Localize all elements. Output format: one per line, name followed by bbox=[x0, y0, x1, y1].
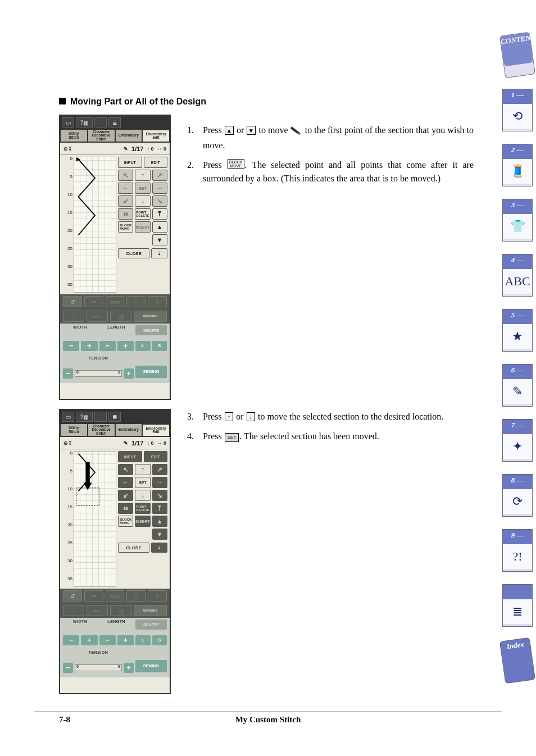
tab-utility-stitch[interactable]: Utility Stitch bbox=[60, 129, 88, 142]
tab-char-decorative[interactable]: Character Decorative Stitch bbox=[88, 129, 115, 142]
tension-plus-2[interactable]: + bbox=[124, 663, 134, 673]
tab-embroidery-2[interactable]: Embroidery bbox=[115, 423, 143, 436]
tool-twin-2[interactable]: ⦀ bbox=[148, 590, 167, 602]
s-button[interactable]: S bbox=[152, 341, 167, 351]
tension-scale-2[interactable] bbox=[75, 664, 122, 671]
block-move-button[interactable]: BLOCK MOVE bbox=[118, 221, 133, 233]
tab-6[interactable]: 6 —✎ bbox=[502, 364, 533, 407]
close-button[interactable]: CLOSE bbox=[118, 248, 149, 258]
tool-updown-2[interactable]: ↕ bbox=[63, 605, 84, 616]
set-button-2[interactable]: SET bbox=[135, 477, 150, 488]
arrow-s-2[interactable]: ↓ bbox=[135, 490, 150, 501]
arrow-s[interactable]: ↓ bbox=[135, 195, 150, 207]
length-plus[interactable]: + bbox=[117, 341, 134, 351]
tool-cut[interactable]: ✂ bbox=[84, 296, 103, 307]
tool-twin[interactable]: ⦀ bbox=[148, 296, 167, 307]
arrow-se[interactable]: ↘ bbox=[152, 195, 167, 207]
tool-flip-2[interactable]: ◿ bbox=[110, 605, 131, 616]
tab-2[interactable]: 2 —🧵 bbox=[502, 144, 533, 186]
tension-minus-2[interactable]: − bbox=[63, 663, 73, 673]
arrow-w[interactable]: ← bbox=[118, 183, 133, 194]
step-up-button[interactable]: ▴ bbox=[152, 221, 167, 233]
arrow-nw[interactable]: ↖ bbox=[118, 170, 133, 181]
arrow-n[interactable]: ↑ bbox=[135, 170, 150, 181]
input-button-2[interactable]: INPUT bbox=[118, 451, 142, 462]
jump-top-button-2[interactable]: ⤒ bbox=[152, 503, 167, 514]
point-delete-button[interactable]: POINT DELETE bbox=[135, 208, 150, 220]
arrow-nw-2[interactable]: ↖ bbox=[118, 464, 133, 475]
width-plus-2[interactable]: + bbox=[81, 635, 97, 645]
tool-needle-2[interactable]: ⟊ bbox=[126, 590, 146, 602]
tab-5[interactable]: 5 —★ bbox=[502, 309, 533, 352]
arrow-sw[interactable]: ↙ bbox=[118, 195, 133, 207]
tab-7[interactable]: 7 —✦ bbox=[502, 419, 533, 462]
insert-button-2[interactable]: INSERT bbox=[135, 516, 151, 527]
tool-memory[interactable]: MEMORY bbox=[134, 311, 167, 322]
l-button[interactable]: L bbox=[135, 341, 151, 351]
insert-button[interactable]: INSERT bbox=[135, 221, 151, 233]
edit-button-2[interactable]: EDIT bbox=[144, 451, 168, 462]
length-minus-2[interactable]: − bbox=[99, 635, 116, 645]
delete-button-2[interactable]: DELETE bbox=[135, 620, 167, 630]
delete-button[interactable]: DELETE bbox=[135, 325, 167, 335]
tab-3[interactable]: 3 —👕 bbox=[502, 199, 533, 242]
arrow-e-2[interactable]: → bbox=[152, 477, 167, 488]
arrow-ne[interactable]: ↗ bbox=[152, 170, 167, 181]
tab-contents[interactable]: CONTENTS bbox=[499, 32, 535, 79]
width-minus-2[interactable]: − bbox=[63, 635, 79, 645]
tab-8[interactable]: 8 —⟳ bbox=[502, 474, 533, 517]
tension-minus[interactable]: − bbox=[63, 368, 73, 379]
tool-updown[interactable]: ↕ bbox=[63, 311, 84, 322]
arrow-sw-2[interactable]: ↙ bbox=[118, 490, 133, 501]
width-plus[interactable]: + bbox=[81, 341, 97, 351]
design-canvas[interactable] bbox=[74, 157, 116, 293]
tab-appendix[interactable]: ≣ bbox=[502, 584, 533, 627]
tab-char-decorative-2[interactable]: Character Decorative Stitch bbox=[88, 423, 115, 436]
pause-button[interactable]: ▮▮ bbox=[118, 208, 133, 220]
tab-9[interactable]: 9 —?! bbox=[502, 529, 533, 572]
sewing-button-2[interactable]: SEWING bbox=[135, 660, 167, 672]
tool-mirror-2[interactable]: ⟸ bbox=[87, 605, 108, 616]
tool-mirror[interactable]: ⟸ bbox=[87, 311, 108, 322]
tab-index[interactable]: Index bbox=[499, 637, 535, 684]
tab-embroidery-edit[interactable]: Embroidery Edit bbox=[142, 129, 170, 142]
step-up-button-2[interactable]: ▴ bbox=[152, 516, 167, 527]
tab-embroidery[interactable]: Embroidery bbox=[115, 129, 143, 142]
pause-button-2[interactable]: ▮▮ bbox=[118, 503, 133, 514]
arrow-ne-2[interactable]: ↗ bbox=[152, 464, 167, 475]
set-button[interactable]: SET bbox=[135, 183, 150, 194]
arrow-n-2[interactable]: ↑ bbox=[135, 464, 150, 475]
input-button[interactable]: INPUT bbox=[118, 157, 142, 168]
arrow-se-2[interactable]: ↘ bbox=[152, 490, 167, 501]
length-minus[interactable]: − bbox=[99, 341, 116, 351]
tool-repeat-2[interactable]: ▭▭ bbox=[106, 590, 125, 602]
s-button-2[interactable]: S bbox=[152, 635, 167, 645]
tension-scale[interactable] bbox=[75, 370, 122, 377]
step-down-button-2[interactable]: ▾ bbox=[152, 529, 167, 540]
tool-rotate[interactable]: ↺ bbox=[63, 296, 82, 307]
step-down-button[interactable]: ▾ bbox=[152, 234, 167, 245]
jump-bottom-button[interactable]: ⇣ bbox=[151, 248, 167, 258]
tool-flip[interactable]: ◿ bbox=[110, 311, 131, 322]
tab-1[interactable]: 1 —⟲ bbox=[502, 89, 533, 131]
tool-cut-2[interactable]: ✂ bbox=[84, 590, 103, 602]
block-move-button-2[interactable]: BLOCK MOVE bbox=[118, 516, 133, 527]
tab-4[interactable]: 4 —ABC bbox=[502, 254, 533, 297]
arrow-w-2[interactable]: ← bbox=[118, 477, 133, 488]
tool-repeat[interactable]: ▭▭ bbox=[106, 296, 125, 307]
sewing-button[interactable]: SEWING bbox=[135, 366, 167, 378]
l-button-2[interactable]: L bbox=[135, 635, 151, 645]
width-minus[interactable]: − bbox=[63, 341, 79, 351]
tension-plus[interactable]: + bbox=[124, 368, 134, 379]
length-plus-2[interactable]: + bbox=[117, 635, 134, 645]
edit-button[interactable]: EDIT bbox=[144, 157, 168, 168]
tool-memory-2[interactable]: MEMORY bbox=[134, 605, 167, 616]
point-delete-button-2[interactable]: POINT DELETE bbox=[135, 503, 150, 514]
tab-embroidery-edit-2[interactable]: Embroidery Edit bbox=[142, 423, 170, 436]
arrow-e[interactable]: → bbox=[152, 183, 167, 194]
jump-bottom-button-2[interactable]: ⇣ bbox=[151, 543, 167, 553]
close-button-2[interactable]: CLOSE bbox=[118, 543, 149, 553]
tool-needle[interactable]: ⟊ bbox=[126, 296, 146, 307]
jump-top-button[interactable]: ⤒ bbox=[152, 208, 167, 220]
design-canvas-2[interactable] bbox=[74, 451, 116, 587]
